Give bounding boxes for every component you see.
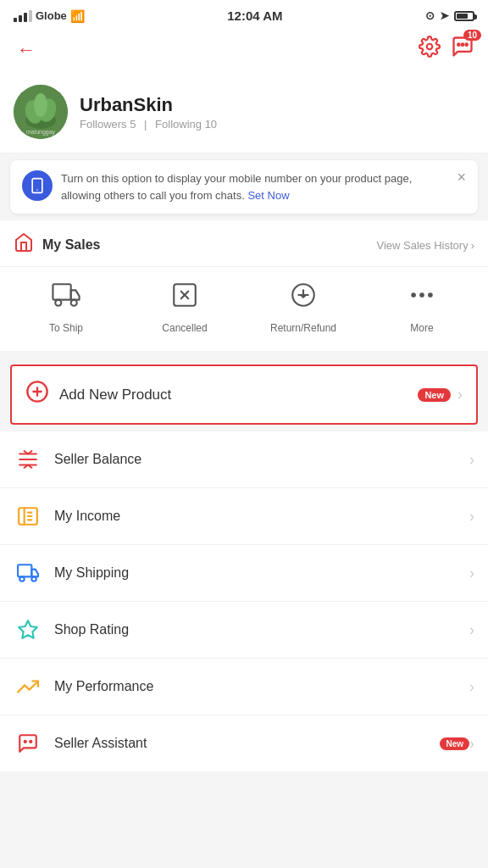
add-product-icon [25, 380, 49, 409]
svg-point-8 [34, 93, 47, 117]
svg-point-22 [419, 292, 424, 298]
my-sales-left: My Sales [14, 232, 100, 258]
seller-assistant-item[interactable]: Seller Assistant New › [0, 715, 488, 771]
profile-section: malunggay UrbanSkin Followers 5 | Follow… [0, 75, 488, 153]
location-icon: ⊙ [425, 9, 435, 22]
wifi-icon: 📶 [70, 9, 85, 23]
header-actions: 10 [419, 35, 474, 64]
my-sales-label: My Sales [42, 237, 100, 253]
cancelled-label: Cancelled [162, 322, 207, 334]
truck-icon [52, 281, 80, 315]
status-left: Globe 📶 [14, 9, 85, 23]
more-label: More [410, 322, 433, 334]
chevron-right-icon: › [458, 386, 463, 403]
svg-point-2 [462, 44, 463, 46]
chat-badge: 10 [463, 30, 481, 41]
to-ship-action[interactable]: To Ship [7, 281, 125, 334]
chevron-right-icon: › [469, 508, 474, 526]
refund-icon [289, 281, 318, 315]
star-icon [14, 615, 42, 644]
seller-balance-item[interactable]: Seller Balance › [0, 431, 488, 488]
more-action[interactable]: More [363, 281, 481, 334]
to-ship-label: To Ship [49, 322, 83, 334]
chat-icon-wrapper[interactable]: 10 [451, 35, 474, 64]
add-product-row[interactable]: Add New Product New › [10, 364, 478, 425]
svg-point-32 [31, 576, 36, 581]
carrier-label: Globe [36, 9, 67, 22]
following-label: Following 10 [155, 118, 217, 131]
my-performance-item[interactable]: My Performance › [0, 659, 488, 715]
new-badge: New [418, 388, 451, 402]
settings-icon[interactable] [419, 36, 441, 64]
chevron-right-icon: › [469, 678, 474, 696]
shop-name: UrbanSkin [80, 94, 217, 116]
status-right: ⊙ ➤ [425, 9, 474, 22]
close-notification-button[interactable]: × [457, 169, 466, 186]
phone-icon [22, 170, 53, 201]
back-button[interactable]: ← [14, 36, 39, 64]
svg-point-14 [71, 300, 77, 306]
svg-rect-12 [53, 284, 70, 299]
my-performance-label: My Performance [54, 679, 469, 694]
my-income-item[interactable]: My Income › [0, 488, 488, 545]
chevron-right-icon: › [469, 621, 474, 639]
compass-icon: ➤ [440, 9, 449, 22]
my-shipping-item[interactable]: My Shipping › [0, 545, 488, 602]
seller-balance-label: Seller Balance [54, 452, 469, 467]
notification-text: Turn on this option to display your mobi… [61, 170, 448, 203]
my-sales-header: My Sales View Sales History › [0, 220, 488, 267]
header: ← 10 [0, 28, 488, 75]
cancel-icon [170, 281, 199, 315]
add-product-label: Add New Product [59, 387, 411, 403]
avatar-image: malunggay [14, 85, 68, 139]
shipping-icon [14, 559, 42, 587]
svg-text:malunggay: malunggay [26, 129, 56, 136]
svg-point-21 [411, 292, 416, 298]
return-refund-action[interactable]: Return/Refund [244, 281, 363, 334]
menu-list: Seller Balance › My Income › My Shi [0, 431, 488, 771]
signal-icon [14, 10, 32, 22]
profile-stats: Followers 5 | Following 10 [80, 118, 217, 131]
profile-info: UrbanSkin Followers 5 | Following 10 [80, 94, 217, 131]
svg-marker-33 [19, 620, 37, 638]
svg-point-1 [458, 44, 459, 46]
avatar: malunggay [14, 85, 68, 139]
chevron-right-icon: › [471, 239, 474, 252]
notification-banner: Turn on this option to display your mobi… [10, 160, 478, 214]
status-bar: Globe 📶 12:04 AM ⊙ ➤ [0, 0, 488, 28]
my-shipping-label: My Shipping [54, 565, 469, 581]
return-refund-label: Return/Refund [270, 322, 336, 334]
chevron-right-icon: › [469, 565, 474, 582]
battery-icon [454, 11, 474, 21]
svg-point-13 [55, 300, 61, 306]
followers-label: Followers 5 [80, 118, 136, 131]
divider: | [144, 118, 147, 131]
set-now-link[interactable]: Set Now [247, 189, 289, 202]
balance-icon [14, 445, 42, 474]
seller-assistant-label: Seller Assistant [54, 736, 433, 751]
sales-actions: To Ship Cancelled Return/Refund [0, 267, 488, 358]
svg-point-0 [427, 44, 433, 50]
svg-rect-30 [18, 565, 31, 576]
view-history-button[interactable]: View Sales History › [377, 239, 474, 252]
chevron-right-icon: › [469, 735, 474, 753]
svg-point-35 [30, 741, 31, 743]
shop-rating-label: Shop Rating [54, 622, 469, 637]
shop-rating-item[interactable]: Shop Rating › [0, 602, 488, 659]
assistant-icon [14, 729, 42, 758]
svg-point-23 [428, 292, 433, 298]
cancelled-action[interactable]: Cancelled [125, 281, 244, 334]
performance-icon [14, 672, 42, 701]
svg-point-34 [25, 741, 26, 743]
svg-point-31 [19, 576, 24, 581]
chevron-right-icon: › [469, 451, 474, 469]
svg-point-3 [466, 44, 468, 46]
store-icon [14, 232, 34, 258]
status-time: 12:04 AM [227, 8, 282, 23]
more-icon [408, 281, 436, 315]
my-income-label: My Income [54, 509, 469, 524]
seller-assistant-new-badge: New [440, 737, 469, 750]
income-icon [14, 502, 42, 531]
